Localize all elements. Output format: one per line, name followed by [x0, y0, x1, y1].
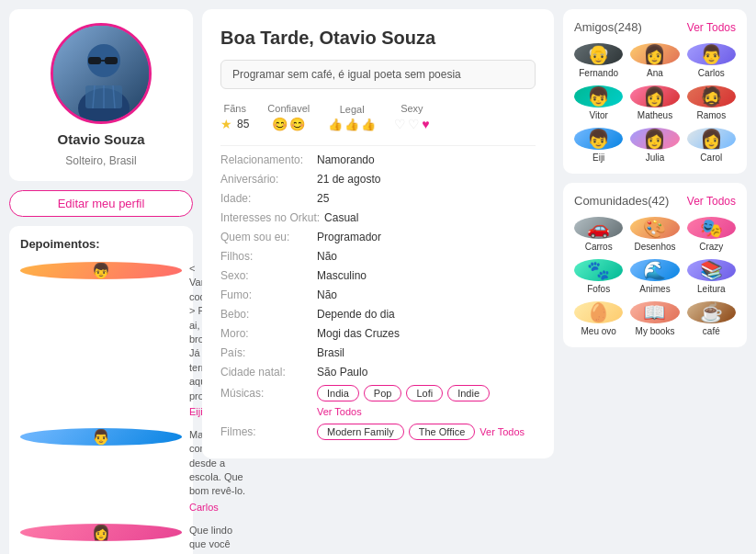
friend-avatar-vitor: 👦 — [574, 85, 623, 107]
fumo-value: Não — [317, 288, 337, 301]
bio-box: Programar sem café, é igual poeta sem po… — [220, 60, 536, 89]
info-musicas: Músicas: India Pop Lofi Indie Ver Todos — [220, 385, 536, 417]
thumb-icon-3: 👍 — [361, 118, 376, 131]
friend-name-carol[interactable]: Carol — [700, 153, 722, 163]
community-desenhos: 🎨 Desenhos — [630, 217, 679, 252]
friend-carol: 👩 Carol — [687, 128, 736, 163]
depoimento-item-1: 👦 < Vamos codar? > Fala ai, brother! Já … — [20, 262, 182, 417]
friend-name-fernando[interactable]: Fernando — [579, 68, 618, 78]
friend-matheus: 👩 Matheus — [630, 85, 679, 120]
ratings-divider — [220, 145, 536, 146]
depoimento-item-2: 👨 Mano, nos conhecemos desde a escola. Q… — [20, 428, 182, 513]
friend-name-ramos[interactable]: Ramos — [696, 110, 726, 120]
edit-profile-button[interactable]: Editar meu perfil — [9, 190, 193, 217]
interesses-value: Casual — [324, 211, 358, 224]
community-fofos: 🐾 Fofos — [574, 259, 623, 294]
community-leitura: 📚 Leitura — [687, 259, 736, 294]
friend-name-ana[interactable]: Ana — [647, 68, 663, 78]
comm-name-crazy[interactable]: Crazy — [699, 242, 723, 252]
idade-value: 25 — [317, 192, 329, 205]
info-bebo: Bebo: Depende do dia — [220, 308, 536, 321]
comm-name-leitura[interactable]: Leitura — [697, 284, 726, 294]
tag-lofi[interactable]: Lofi — [406, 385, 443, 401]
musicas-ver-todos[interactable]: Ver Todos — [317, 406, 362, 417]
sexy-rating: Sexy ♡ ♡ ♥ — [394, 103, 429, 131]
tag-pop[interactable]: Pop — [364, 385, 402, 401]
filmes-tags: Modern Family The Office Ver Todos — [317, 424, 525, 440]
friend-name-julia[interactable]: Julia — [646, 153, 665, 163]
info-interesses: Interesses no Orkut: Casual — [220, 211, 536, 224]
friend-name-vitor[interactable]: Vitor — [589, 110, 607, 120]
filmes-ver-todos[interactable]: Ver Todos — [480, 426, 525, 437]
info-quem: Quem sou eu: Programador — [220, 231, 536, 243]
friend-avatar-matheus: 👩 — [630, 85, 679, 107]
communities-header: Comunidades(42) Ver Todos — [574, 194, 736, 208]
communities-ver-todos[interactable]: Ver Todos — [687, 195, 736, 208]
dep-avatar-carlos: 👨 — [20, 428, 182, 446]
info-fumo: Fumo: Não — [220, 288, 536, 301]
depoimentos-title: Depoimentos: — [20, 237, 182, 251]
depoimento-item-3: 👩 Que lindo que você está! Faz tempo que… — [20, 524, 182, 554]
friend-vitor: 👦 Vitor — [574, 85, 623, 120]
tag-modern-family[interactable]: Modern Family — [317, 424, 404, 440]
friend-name-eiji[interactable]: Eiji — [592, 153, 604, 163]
left-column: Otavio Souza Solteiro, Brasil Editar meu… — [9, 9, 193, 554]
fans-label: Fãns — [223, 103, 245, 114]
tag-indie[interactable]: Indie — [447, 385, 490, 401]
right-column: Amigos(248) Ver Todos 👴 Fernando 👩 Ana 👨… — [563, 9, 747, 554]
comm-name-carros[interactable]: Carros — [585, 242, 613, 252]
heart-outline-icon: ♡ — [394, 117, 406, 131]
friend-ramos: 🧔 Ramos — [687, 85, 736, 120]
musicas-label: Músicas: — [220, 387, 312, 400]
comm-name-cafe[interactable]: café — [703, 326, 720, 336]
tag-the-office[interactable]: The Office — [409, 424, 476, 440]
info-relacionamento: Relacionamento: Namorando — [220, 153, 536, 166]
pais-label: País: — [220, 346, 312, 359]
filhos-label: Filhos: — [220, 250, 312, 263]
info-filhos: Filhos: Não — [220, 250, 536, 263]
sexo-value: Masculino — [317, 269, 367, 282]
community-mybooks: 📖 My books — [630, 301, 679, 336]
comm-name-fofos[interactable]: Fofos — [587, 284, 610, 294]
info-moro: Moro: Mogi das Cruzes — [220, 327, 536, 340]
info-sexo: Sexo: Masculino — [220, 269, 536, 282]
fans-count: 85 — [237, 118, 249, 130]
comm-name-animes[interactable]: Animes — [639, 284, 670, 294]
friend-avatar-eiji: 👦 — [574, 128, 623, 150]
tag-india[interactable]: India — [317, 385, 359, 401]
legal-label: Legal — [340, 104, 365, 115]
fans-rating: Fãns ★ 85 — [220, 103, 249, 131]
info-pais: País: Brasil — [220, 346, 536, 359]
comm-avatar-carros: 🚗 — [574, 217, 623, 239]
community-cafe: ☕ café — [687, 301, 736, 336]
friend-avatar-carlos: 👨 — [687, 43, 736, 65]
comm-name-desenhos[interactable]: Desenhos — [634, 242, 675, 252]
communities-title-text: Comunidades — [574, 194, 648, 208]
comm-name-meuovo[interactable]: Meu ovo — [581, 326, 615, 336]
comm-avatar-cafe: ☕ — [687, 301, 736, 323]
comm-name-mybooks[interactable]: My books — [636, 326, 675, 336]
confiavel-rating: Confiavel 😊 😊 — [267, 103, 310, 131]
thumb-icon-2: 👍 — [344, 118, 359, 131]
profile-card: Otavio Souza Solteiro, Brasil — [9, 9, 193, 181]
friend-name-carlos[interactable]: Carlos — [698, 68, 725, 78]
aniversario-label: Aniversário: — [220, 173, 312, 186]
main-profile-card: Boa Tarde, Otavio Souza Programar sem ca… — [202, 9, 554, 458]
info-cidade: Cidade natal: São Paulo — [220, 366, 536, 379]
friend-fernando: 👴 Fernando — [574, 43, 623, 78]
ratings-row: Fãns ★ 85 Confiavel 😊 😊 Legal — [220, 103, 536, 131]
friends-grid: 👴 Fernando 👩 Ana 👨 Carlos 👦 Vitor 👩 — [574, 43, 736, 163]
friend-name-matheus[interactable]: Matheus — [638, 110, 672, 120]
friends-ver-todos[interactable]: Ver Todos — [687, 21, 736, 34]
friend-eiji: 👦 Eiji — [574, 128, 623, 163]
comm-avatar-crazy: 🎭 — [687, 217, 736, 239]
svg-rect-3 — [88, 57, 101, 64]
svg-rect-4 — [105, 57, 118, 64]
confiavel-label: Confiavel — [267, 103, 310, 114]
profile-status: Solteiro, Brasil — [65, 154, 136, 167]
bebo-label: Bebo: — [220, 308, 312, 321]
comm-avatar-desenhos: 🎨 — [630, 217, 679, 239]
quem-value: Programador — [317, 231, 381, 243]
comm-avatar-leitura: 📚 — [687, 259, 736, 281]
info-idade: Idade: 25 — [220, 192, 536, 205]
